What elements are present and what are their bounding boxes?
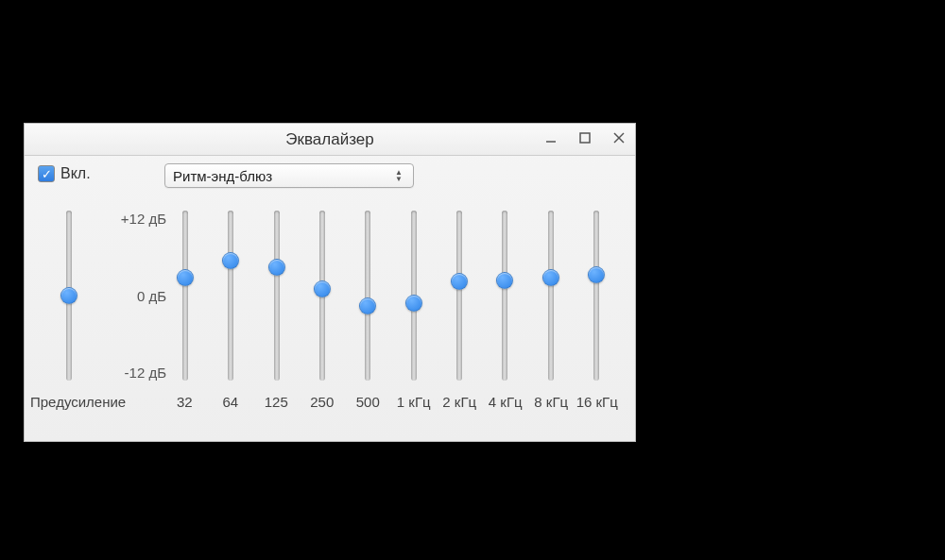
db-zero-label: 0 дБ	[137, 288, 166, 304]
slider-track	[228, 211, 233, 381]
band-frequency-label: 125	[253, 394, 300, 410]
slider-thumb[interactable]	[588, 266, 605, 283]
preamp-label: Предусиление	[30, 394, 126, 410]
preamp-slider[interactable]	[55, 211, 83, 381]
slider-thumb[interactable]	[222, 252, 239, 269]
eq-band-slider[interactable]	[445, 211, 473, 381]
close-button[interactable]	[609, 127, 629, 148]
equalizer-window: Эквалайзер ✓ Вкл. Ритм-энд-блюз ▲▼	[24, 123, 636, 442]
eq-band-slider[interactable]	[216, 211, 245, 381]
slider-track	[456, 211, 462, 381]
slider-thumb[interactable]	[177, 269, 194, 286]
slider-track	[274, 211, 280, 381]
slider-thumb[interactable]	[60, 287, 77, 304]
slider-thumb[interactable]	[268, 259, 285, 276]
eq-band-slider[interactable]	[171, 211, 199, 381]
eq-bands	[171, 211, 610, 381]
eq-band-slider[interactable]	[582, 211, 610, 381]
db-max-label: +12 дБ	[121, 211, 166, 227]
window-content: ✓ Вкл. Ритм-энд-блюз ▲▼ +12 дБ 0 дБ -12 …	[25, 156, 635, 441]
band-frequency-label: 8 кГц	[528, 394, 575, 410]
enable-label: Вкл.	[60, 165, 91, 182]
preset-selected-label: Ритм-энд-блюз	[173, 168, 392, 184]
db-min-label: -12 дБ	[125, 365, 166, 381]
slider-thumb[interactable]	[359, 297, 376, 314]
slider-thumb[interactable]	[496, 272, 513, 289]
eq-band-slider[interactable]	[263, 211, 291, 381]
band-frequency-label: 4 кГц	[483, 394, 529, 410]
eq-band-slider[interactable]	[400, 211, 428, 381]
slider-thumb[interactable]	[451, 273, 468, 290]
eq-band-slider[interactable]	[490, 211, 519, 381]
window-controls	[541, 127, 629, 148]
slider-thumb[interactable]	[314, 280, 331, 297]
maximize-button[interactable]	[575, 127, 595, 148]
eq-band-slider[interactable]	[308, 211, 336, 381]
db-scale: +12 дБ 0 дБ -12 дБ	[100, 211, 166, 381]
minimize-button[interactable]	[541, 127, 561, 148]
slider-track	[593, 211, 599, 381]
window-title: Эквалайзер	[285, 130, 373, 149]
dropdown-arrows-icon: ▲▼	[392, 169, 405, 182]
slider-track	[365, 211, 370, 381]
band-frequency-label: 2 кГц	[437, 394, 483, 410]
band-frequency-label: 1 кГц	[391, 394, 438, 410]
preset-dropdown[interactable]: Ритм-энд-блюз ▲▼	[164, 163, 414, 188]
band-frequency-label: 250	[300, 394, 346, 410]
band-frequency-label: 16 кГц	[575, 394, 621, 410]
band-frequency-label: 32	[162, 394, 208, 410]
callout-line	[376, 2, 378, 123]
band-frequency-label: 500	[345, 394, 391, 410]
slider-track	[548, 211, 554, 381]
band-frequency-labels: 32641252505001 кГц2 кГц4 кГц8 кГц16 кГц	[162, 394, 620, 410]
band-frequency-label: 64	[208, 394, 254, 410]
slider-thumb[interactable]	[405, 295, 422, 312]
svg-rect-1	[580, 133, 590, 143]
eq-band-slider[interactable]	[537, 211, 565, 381]
checkmark-icon: ✓	[42, 168, 52, 180]
slider-track	[182, 211, 188, 381]
enable-row: ✓ Вкл.	[38, 165, 91, 182]
titlebar: Эквалайзер	[25, 124, 635, 156]
eq-band-slider[interactable]	[353, 211, 382, 381]
slider-thumb[interactable]	[542, 269, 559, 286]
enable-checkbox[interactable]: ✓	[38, 165, 55, 182]
slider-track	[502, 211, 507, 381]
callout-line	[56, 2, 58, 123]
